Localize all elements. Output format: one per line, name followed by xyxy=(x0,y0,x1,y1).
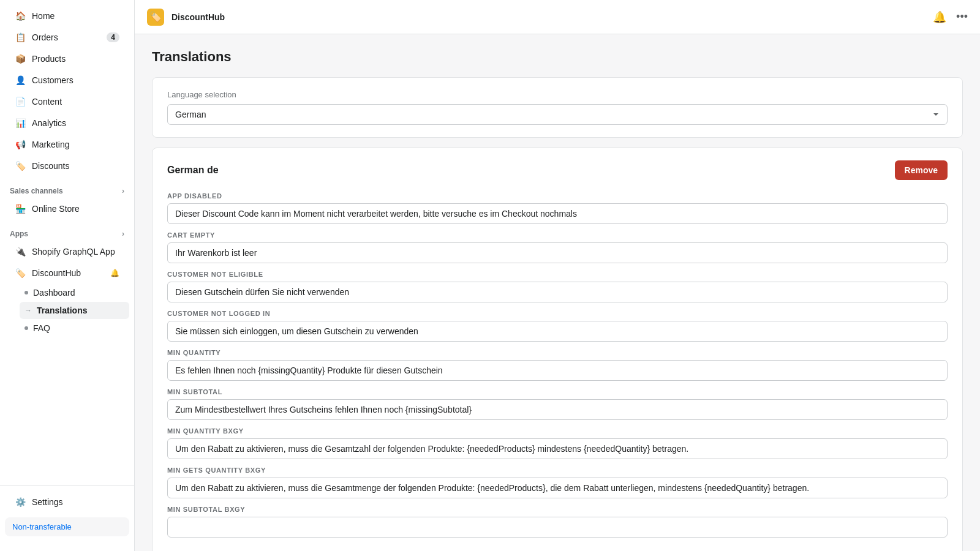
products-icon: 📦 xyxy=(15,53,26,64)
sidebar-item-products[interactable]: 📦 Products xyxy=(5,48,129,69)
sidebar-label-orders: Orders xyxy=(32,32,58,42)
sidebar-item-home[interactable]: 🏠 Home xyxy=(5,6,129,26)
non-transferable-badge[interactable]: Non-transferable xyxy=(5,517,129,536)
discounts-icon: 🏷️ xyxy=(15,160,26,171)
non-transferable-label: Non-transferable xyxy=(12,522,72,531)
language-selection-label: Language selection xyxy=(167,90,948,99)
orders-icon: 📋 xyxy=(15,32,26,43)
field-customer-not-eligible: CUSTOMER NOT ELIGIBLE xyxy=(167,271,948,302)
sidebar-nav: 🏠 Home 📋 Orders 4 📦 Products 👤 Customers… xyxy=(0,0,134,342)
main-area: 🏷️ DiscountHub 🔔 ••• Translations Langua… xyxy=(135,0,980,551)
analytics-icon: 📊 xyxy=(15,118,26,129)
sidebar-label-products: Products xyxy=(32,54,66,64)
sidebar-label-discounts: Discounts xyxy=(32,161,69,171)
language-select[interactable]: German English French Spanish xyxy=(167,104,948,125)
input-min-subtotal-bxgy[interactable] xyxy=(167,517,948,538)
app-icon: 🏷️ xyxy=(147,9,164,26)
sidebar-label-analytics: Analytics xyxy=(32,118,66,128)
apps-section: Apps › xyxy=(0,220,134,241)
sales-channels-label: Sales channels xyxy=(10,187,63,195)
sidebar-sub-label-faq: FAQ xyxy=(33,323,50,333)
label-min-subtotal: MIN SUBTOTAL xyxy=(167,388,948,395)
field-min-quantity-bxgy: MIN QUANTITY BXGY xyxy=(167,427,948,459)
shopify-graphql-icon: 🔌 xyxy=(15,246,26,257)
online-store-icon: 🏪 xyxy=(15,203,26,214)
app-title: DiscountHub xyxy=(172,12,225,22)
input-min-subtotal[interactable] xyxy=(167,399,948,420)
sidebar-item-online-store[interactable]: 🏪 Online Store xyxy=(5,198,129,219)
settings-icon: ⚙️ xyxy=(15,497,26,508)
sidebar-item-discounthub[interactable]: 🏷️ DiscountHub 🔔 xyxy=(5,263,129,283)
sidebar-label-marketing: Marketing xyxy=(32,140,69,149)
more-icon[interactable]: ••• xyxy=(956,10,968,23)
dot-dashboard xyxy=(24,291,28,294)
sidebar-item-content[interactable]: 📄 Content xyxy=(5,91,129,112)
notification-icon[interactable]: 🔔 xyxy=(933,10,946,24)
sidebar-item-discounts[interactable]: 🏷️ Discounts xyxy=(5,156,129,176)
label-min-quantity-bxgy: MIN QUANTITY BXGY xyxy=(167,427,948,435)
sidebar-label-online-store: Online Store xyxy=(32,204,80,214)
label-customer-not-logged-in: CUSTOMER NOT LOGGED IN xyxy=(167,310,948,317)
topbar-actions: 🔔 ••• xyxy=(933,10,968,24)
field-min-quantity: MIN QUANTITY xyxy=(167,349,948,381)
topbar: 🏷️ DiscountHub 🔔 ••• xyxy=(135,0,980,34)
field-customer-not-logged-in: CUSTOMER NOT LOGGED IN xyxy=(167,310,948,342)
sidebar-label-discounthub: DiscountHub xyxy=(32,268,81,278)
marketing-icon: 📢 xyxy=(15,139,26,150)
input-customer-not-logged-in[interactable] xyxy=(167,321,948,342)
language-selection-card: Language selection German English French… xyxy=(152,77,963,138)
field-app-disabled: APP DISABLED xyxy=(167,192,948,224)
sidebar-label-customers: Customers xyxy=(32,75,74,85)
sidebar: 🏠 Home 📋 Orders 4 📦 Products 👤 Customers… xyxy=(0,0,135,551)
sidebar-sub-label-translations: Translations xyxy=(37,305,87,315)
label-app-disabled: APP DISABLED xyxy=(167,192,948,200)
sidebar-item-settings[interactable]: ⚙️ Settings xyxy=(5,492,129,512)
sidebar-item-shopify-graphql[interactable]: 🔌 Shopify GraphQL App xyxy=(5,241,129,262)
sidebar-bottom: ⚙️ Settings Non-transferable xyxy=(0,485,134,551)
home-icon: 🏠 xyxy=(15,10,26,21)
input-cart-empty[interactable] xyxy=(167,242,948,263)
bell-icon-sidebar: 🔔 xyxy=(110,269,119,277)
input-customer-not-eligible[interactable] xyxy=(167,282,948,302)
label-min-quantity: MIN QUANTITY xyxy=(167,349,948,356)
orders-badge: 4 xyxy=(107,32,119,42)
customers-icon: 👤 xyxy=(15,75,26,86)
translation-section-card: German de Remove APP DISABLED CART EMPTY… xyxy=(152,148,963,551)
sidebar-item-customers[interactable]: 👤 Customers xyxy=(5,70,129,91)
remove-button[interactable]: Remove xyxy=(895,160,948,180)
input-app-disabled[interactable] xyxy=(167,203,948,224)
input-min-gets-quantity-bxgy[interactable] xyxy=(167,478,948,498)
input-min-quantity[interactable] xyxy=(167,360,948,381)
label-min-subtotal-bxgy: MIN SUBTOTAL BXGY xyxy=(167,506,948,513)
sales-channels-section: Sales channels › xyxy=(0,177,134,198)
discounthub-icon: 🏷️ xyxy=(15,268,26,279)
sidebar-item-marketing[interactable]: 📢 Marketing xyxy=(5,134,129,155)
sidebar-sub-faq[interactable]: FAQ xyxy=(20,320,129,337)
field-min-gets-quantity-bxgy: MIN GETS QUANTITY BXGY xyxy=(167,467,948,498)
sidebar-sub-dashboard[interactable]: Dashboard xyxy=(20,284,129,301)
page-title: Translations xyxy=(152,49,963,65)
sidebar-item-analytics[interactable]: 📊 Analytics xyxy=(5,113,129,133)
sidebar-item-orders[interactable]: 📋 Orders 4 xyxy=(5,27,129,48)
label-cart-empty: CART EMPTY xyxy=(167,231,948,239)
input-min-quantity-bxgy[interactable] xyxy=(167,438,948,459)
sidebar-sub-translations[interactable]: → Translations xyxy=(20,302,129,319)
dot-faq xyxy=(24,326,28,330)
discounthub-sub: Dashboard → Translations FAQ xyxy=(0,284,134,337)
apps-chevron[interactable]: › xyxy=(122,230,124,238)
sidebar-label-settings: Settings xyxy=(32,497,63,507)
content-area: Translations Language selection German E… xyxy=(135,34,980,551)
content-icon: 📄 xyxy=(15,96,26,107)
apps-label: Apps xyxy=(10,230,28,238)
field-min-subtotal: MIN SUBTOTAL xyxy=(167,388,948,420)
app-icon-emoji: 🏷️ xyxy=(149,11,162,23)
arrow-translations: → xyxy=(24,306,32,315)
section-header: German de Remove xyxy=(167,160,948,180)
label-min-gets-quantity-bxgy: MIN GETS QUANTITY BXGY xyxy=(167,467,948,474)
sales-channels-chevron[interactable]: › xyxy=(122,187,124,195)
sidebar-sub-label-dashboard: Dashboard xyxy=(33,288,75,298)
section-title: German de xyxy=(167,165,219,176)
sidebar-label-shopify-graphql: Shopify GraphQL App xyxy=(32,247,115,257)
label-customer-not-eligible: CUSTOMER NOT ELIGIBLE xyxy=(167,271,948,278)
sidebar-label-content: Content xyxy=(32,97,62,107)
